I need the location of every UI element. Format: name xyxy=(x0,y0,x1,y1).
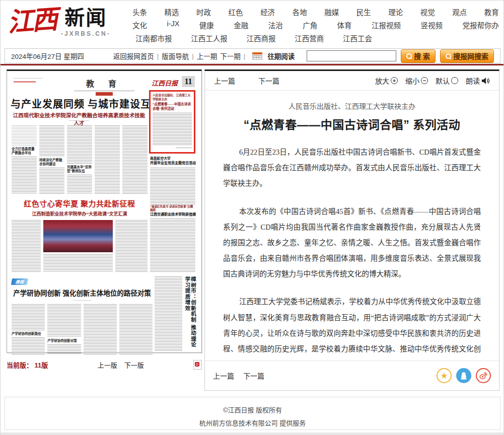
middle-headline: 红色寸心寄华夏 聚力共赴新征程 xyxy=(12,198,148,208)
site-logo[interactable]: 江西 新闻 -JXRBS.CN- xyxy=(8,3,111,39)
nav-link-sports[interactable]: 体育 xyxy=(337,20,352,30)
newspaper-page: 教 育 江西日报 11 与产业发展同频 与城市建设互融 江西现代职业技术学院深化… xyxy=(10,73,199,350)
text-placeholder xyxy=(150,219,195,273)
page-links: 上一版 下一版 xyxy=(98,360,144,370)
prev-article-link[interactable]: 上一篇 xyxy=(214,76,235,86)
nav-link-vertical-video[interactable]: 竖视频 xyxy=(420,20,443,30)
article-title: 江西交通职业技术学院获佳绩 xyxy=(150,212,195,217)
main-nav: 头条 精选 时政 红色 经济 各地 融媒 民生 理论 视觉 观点 教育 文化 i… xyxy=(132,7,499,46)
nav-link-featured[interactable]: 精选 xyxy=(165,7,179,17)
column-subhead: 全力打造高质量产教融合平台 xyxy=(12,147,37,155)
nav-link-livelihood[interactable]: 民生 xyxy=(356,7,371,17)
column: 持续深化产教融合协同建设 xyxy=(39,125,64,194)
layout-nav-link[interactable]: 版面导航 xyxy=(162,51,189,61)
column-subhead: 产学研协同创新路径 xyxy=(12,332,45,336)
nav-link-visual[interactable]: 视觉 xyxy=(420,7,435,17)
prev-page-link[interactable]: 上一版 xyxy=(98,360,117,370)
nav-link-education[interactable]: 教育 xyxy=(484,7,499,17)
zoom-out-control[interactable]: 缩小 − xyxy=(405,76,428,86)
search-area: 搜 索 搜报网搜索 xyxy=(307,49,494,63)
share-qq-icon[interactable] xyxy=(456,368,471,383)
text-placeholder xyxy=(122,125,148,194)
text-placeholder xyxy=(12,125,37,146)
nav-link-ijx[interactable]: i-JX xyxy=(167,20,179,30)
text-placeholder xyxy=(67,125,92,164)
article-panel: 上一篇 下一篇 放大 + 缩小 − 默认 朗读 xyxy=(204,69,499,391)
column-subhead: 产学研协同创新对策 xyxy=(47,339,81,343)
section-tag: 教苑 xyxy=(11,278,28,285)
prev-issue-link[interactable]: 上一期 xyxy=(197,51,218,61)
nav-link-regions[interactable]: 各地 xyxy=(293,7,307,17)
nav-link-yingshang[interactable]: 江西营商 xyxy=(295,33,324,43)
article-kicker: 南昌航空大学 xyxy=(150,157,195,161)
column: 产学研协同创新对策 xyxy=(47,304,81,354)
nav-link-workers-paper[interactable]: 江西工人报 xyxy=(191,33,228,43)
nav-link-opinion[interactable]: 观点 xyxy=(452,7,467,17)
share-weibo-icon[interactable] xyxy=(476,368,491,383)
paragraph: 本次发布的《中国古诗词合唱45首》新书、《点燃青春——中国古诗词合唱系列之一》C… xyxy=(223,204,481,282)
nav-link-media[interactable]: 融媒 xyxy=(324,7,339,17)
middle-article: 红色寸心寄华夏 聚力共赴新征程 江西制造职业技术学院举办“大思政课”文艺汇演 xyxy=(12,198,148,272)
nav-link-law[interactable]: 法治 xyxy=(268,20,283,30)
nav-row-1: 头条 精选 时政 红色 经济 各地 融媒 民生 理论 视觉 观点 教育 xyxy=(132,7,499,17)
nav-link-video[interactable]: 江报视频 xyxy=(372,20,401,30)
logo-script-text: 江西 xyxy=(7,1,62,41)
nav-link-politics[interactable]: 时政 xyxy=(196,7,211,17)
nav-link-health[interactable]: 健康 xyxy=(199,20,214,30)
next-issue-link[interactable]: 下一期 xyxy=(220,51,241,61)
byline-placeholder xyxy=(73,300,91,302)
page-footer: ©江西日报 版权所有 杭州前方信息技术有限公司 提供服务 xyxy=(5,397,500,430)
nav-link-theory[interactable]: 理论 xyxy=(388,7,403,17)
magnifier-icon xyxy=(446,53,451,59)
next-article-link[interactable]: 下一篇 xyxy=(258,76,279,86)
archive-link[interactable]: 往期阅读 xyxy=(267,51,295,61)
column xyxy=(119,304,153,354)
site-search-button-label: 搜报网搜索 xyxy=(453,51,488,61)
nav-link-business-paper[interactable]: 江西商报 xyxy=(247,33,276,43)
search-button[interactable]: 搜 索 xyxy=(401,49,436,63)
column xyxy=(84,304,117,354)
site-search-button[interactable]: 搜报网搜索 xyxy=(440,49,494,63)
search-button-label: 搜 索 xyxy=(414,51,430,61)
pdf-icon[interactable] xyxy=(193,360,202,370)
share-qzone-icon[interactable]: ★ xyxy=(437,368,452,383)
separator: | xyxy=(244,52,246,60)
section-divider xyxy=(74,91,134,91)
middle-columns xyxy=(12,220,148,272)
nav-link-headlines[interactable]: 头条 xyxy=(132,7,147,17)
search-input[interactable] xyxy=(307,50,396,61)
zoom-in-control[interactable]: 放大 + xyxy=(375,76,398,86)
page: 江西 新闻 -JXRBS.CN- 头条 精选 时政 红色 经济 各地 融媒 民生… xyxy=(0,0,504,435)
text-placeholder xyxy=(12,157,37,194)
text-placeholder xyxy=(153,113,192,146)
column-subhead: 共建高水平“双师型”教师队伍 xyxy=(67,165,92,173)
back-home-link[interactable]: 返回报网首页 xyxy=(113,51,154,61)
next-page-link[interactable]: 下一版 xyxy=(124,360,144,370)
nav-link-jiangnan-daily[interactable]: 江南都市报 xyxy=(135,33,172,43)
right-article-2: “诵读红色家书 讲述英烈故事”比赛揭晓 江西交通职业技术学院获佳绩 xyxy=(150,205,195,273)
zoom-in-label: 放大 xyxy=(375,76,389,86)
nav-link-finance[interactable]: 金融 xyxy=(234,20,248,30)
next-article-link-bottom[interactable]: 下一篇 xyxy=(243,371,264,381)
newspaper-page-thumbnail[interactable]: 教 育 江西日报 11 与产业发展同频 与城市建设互融 江西现代职业技术学院深化… xyxy=(7,69,202,353)
current-page-label: 当前版： 11版 xyxy=(7,360,48,370)
separator: | xyxy=(157,52,159,60)
text-placeholder xyxy=(12,220,41,272)
text-placeholder xyxy=(47,344,81,354)
highlighted-article-box[interactable]: 人民音乐出版社、江西理工大学联袂主办 “点燃青春——中国古诗词合唱”系列活动 xyxy=(149,90,195,154)
zoom-reset-control[interactable]: 默认 xyxy=(436,76,458,86)
text-placeholder xyxy=(12,304,45,330)
right-article-1: 南昌航空大学 开展毕业生党员主题党日活动 xyxy=(150,157,195,205)
article-toolbar: 上一篇 下一篇 放大 + 缩小 − 默认 朗读 xyxy=(205,71,499,91)
nav-link-economy[interactable]: 经济 xyxy=(260,7,275,17)
nav-link-culture[interactable]: 文化 xyxy=(132,20,147,30)
read-aloud-control[interactable]: 朗读 xyxy=(466,76,490,86)
nav-link-party-help[interactable]: 党报帮你办 xyxy=(462,20,499,30)
article-bottom-bar: 上一篇 下一篇 ★ xyxy=(205,360,499,390)
article-kicker: “诵读红色家书 讲述英烈故事”比赛揭晓 xyxy=(150,205,195,212)
prev-article-link-bottom[interactable]: 上一篇 xyxy=(213,371,234,381)
nav-link-wideangle[interactable]: 广角 xyxy=(303,20,317,30)
nav-link-union[interactable]: 江西工会 xyxy=(343,33,372,43)
text-placeholder xyxy=(67,175,92,194)
nav-link-red[interactable]: 红色 xyxy=(229,7,243,17)
